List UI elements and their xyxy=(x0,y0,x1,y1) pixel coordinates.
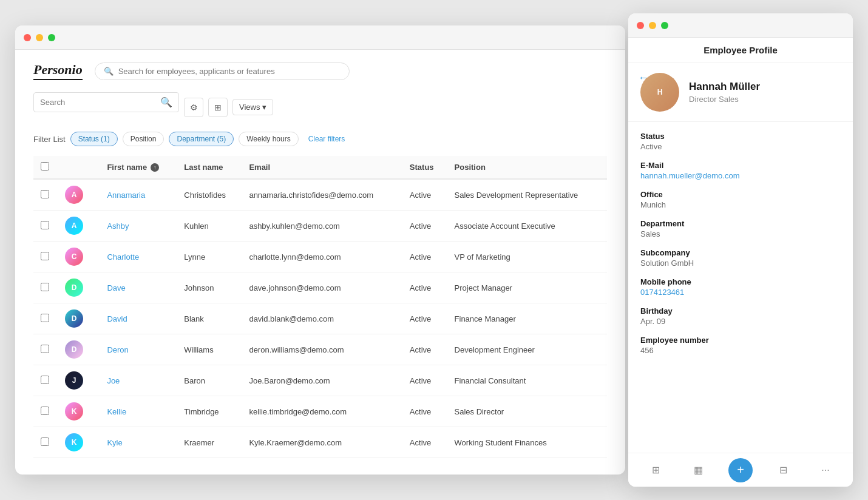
row-checkbox-cell xyxy=(33,242,58,272)
close-button[interactable] xyxy=(24,34,31,41)
profile-header: H Hannah Müller Director Sales xyxy=(628,63,853,122)
profile-field: Mobile phone0174123461 xyxy=(640,277,841,297)
minimize-button[interactable] xyxy=(36,34,43,41)
th-first-name[interactable]: First name ↑ xyxy=(100,156,177,179)
row-checkbox-cell xyxy=(33,427,58,458)
field-label: Mobile phone xyxy=(640,277,841,286)
employee-name-link[interactable]: Deron xyxy=(107,345,128,354)
filter-tag-status[interactable]: Status (1) xyxy=(70,132,118,146)
row-checkbox[interactable] xyxy=(41,283,49,291)
th-email[interactable]: Email xyxy=(242,156,402,179)
employee-search-box[interactable]: 🔍 xyxy=(33,92,179,112)
row-last-name-cell: Lynne xyxy=(177,242,242,272)
row-first-name-cell: Joe xyxy=(100,365,177,396)
row-status-cell: Active xyxy=(402,272,447,303)
row-email-cell: charlotte.lynn@demo.com xyxy=(242,242,402,272)
window-titlebar xyxy=(15,25,625,50)
row-avatar-cell: A xyxy=(58,179,100,211)
row-checkbox[interactable] xyxy=(41,407,49,415)
th-status[interactable]: Status xyxy=(402,156,447,179)
field-value[interactable]: hannah.mueller@demo.com xyxy=(640,171,841,180)
field-value: Sales xyxy=(640,229,841,238)
row-email-cell: Kyle.Kraemer@demo.com xyxy=(242,427,402,458)
employee-name-link[interactable]: Joe xyxy=(107,376,120,385)
row-checkbox-cell xyxy=(33,365,58,396)
profile-panel: ← Employee Profile H Hannah Müller Direc… xyxy=(628,13,853,487)
table-header-row: First name ↑ Last name Email Status Posi… xyxy=(33,156,607,179)
row-checkbox[interactable] xyxy=(41,314,49,322)
row-position-cell: VP of Marketing xyxy=(447,242,607,272)
row-email-cell: annamaria.christofides@demo.com xyxy=(242,179,402,211)
field-value: Munich xyxy=(640,200,841,209)
row-checkbox-cell xyxy=(33,396,58,427)
back-button[interactable]: ← xyxy=(638,72,649,84)
employee-name-link[interactable]: Kellie xyxy=(107,407,126,416)
filter-tag-weekly-hours[interactable]: Weekly hours xyxy=(239,132,298,146)
profile-maximize-button[interactable] xyxy=(661,22,668,29)
th-position[interactable]: Position xyxy=(447,156,607,179)
select-all-checkbox[interactable] xyxy=(41,162,49,171)
filter-tag-department[interactable]: Department (5) xyxy=(169,132,234,146)
row-status-cell: Active xyxy=(402,303,447,334)
main-window: Personio 🔍 🔍 ⚙ ⊞ Views ▾ Filter List xyxy=(15,25,625,475)
filter-tag-position[interactable]: Position xyxy=(123,132,164,146)
employee-name-link[interactable]: Annamaria xyxy=(107,191,145,200)
grid-icon-button[interactable]: ⊞ xyxy=(643,458,668,482)
filter-tags-bar: Filter List Status (1) Position Departme… xyxy=(33,132,607,146)
field-value: Active xyxy=(640,142,841,151)
row-checkbox-cell xyxy=(33,303,58,334)
calendar-icon-button[interactable]: ▦ xyxy=(686,458,710,482)
search-icon: 🔍 xyxy=(160,96,172,108)
global-search-bar[interactable]: 🔍 xyxy=(95,62,350,80)
maximize-button[interactable] xyxy=(48,34,55,41)
employee-name-link[interactable]: Kyle xyxy=(107,438,122,447)
employee-avatar-thumb: D xyxy=(65,309,83,328)
global-search-input[interactable] xyxy=(118,67,341,76)
row-avatar-cell: K xyxy=(58,427,100,458)
employee-name-link[interactable]: David xyxy=(107,314,127,323)
field-label: Birthday xyxy=(640,306,841,316)
row-checkbox-cell xyxy=(33,334,58,365)
row-checkbox[interactable] xyxy=(41,376,49,384)
row-checkbox[interactable] xyxy=(41,190,49,198)
row-first-name-cell: David xyxy=(100,303,177,334)
row-avatar-cell: D xyxy=(58,303,100,334)
field-value[interactable]: 0174123461 xyxy=(640,288,841,297)
row-avatar-cell: A xyxy=(58,211,100,242)
row-last-name-cell: Kuhlen xyxy=(177,211,242,242)
table-row: J Joe Baron Joe.Baron@demo.com Active Fi… xyxy=(33,365,607,396)
clear-filters-button[interactable]: Clear filters xyxy=(303,132,350,146)
row-status-cell: Active xyxy=(402,334,447,365)
employee-job-title: Director Sales xyxy=(689,95,841,104)
th-last-name[interactable]: Last name xyxy=(177,156,242,179)
employee-name-link[interactable]: Dave xyxy=(107,283,125,292)
row-position-cell: Sales Development Representative xyxy=(447,179,607,211)
sort-badge: ↑ xyxy=(151,163,159,172)
row-status-cell: Active xyxy=(402,242,447,272)
row-checkbox[interactable] xyxy=(41,252,49,260)
grid-view-icon-button[interactable]: ⊞ xyxy=(208,98,228,117)
row-checkbox[interactable] xyxy=(41,221,49,229)
row-first-name-cell: Annamaria xyxy=(100,179,177,211)
row-last-name-cell: Timbridge xyxy=(177,396,242,427)
profile-minimize-button[interactable] xyxy=(649,22,656,29)
people-icon-button[interactable]: ⊟ xyxy=(771,458,795,482)
row-email-cell: Joe.Baron@demo.com xyxy=(242,365,402,396)
row-email-cell: kellie.timbridge@demo.com xyxy=(242,396,402,427)
row-status-cell: Active xyxy=(402,396,447,427)
row-avatar-cell: J xyxy=(58,365,100,396)
more-icon-button[interactable]: ··· xyxy=(813,458,838,482)
employee-name-link[interactable]: Charlotte xyxy=(107,252,139,262)
row-status-cell: Active xyxy=(402,365,447,396)
settings-icon-button[interactable]: ⚙ xyxy=(184,98,203,117)
row-checkbox[interactable] xyxy=(41,345,49,353)
row-last-name-cell: Williams xyxy=(177,334,242,365)
row-last-name-cell: Johnson xyxy=(177,272,242,303)
add-button[interactable]: + xyxy=(728,458,753,482)
employee-name-link[interactable]: Ashby xyxy=(107,221,129,231)
row-avatar-cell: C xyxy=(58,242,100,272)
profile-close-button[interactable] xyxy=(637,22,644,29)
row-checkbox[interactable] xyxy=(41,437,49,446)
employee-search-input[interactable] xyxy=(40,98,157,107)
views-dropdown-button[interactable]: Views ▾ xyxy=(232,99,273,115)
